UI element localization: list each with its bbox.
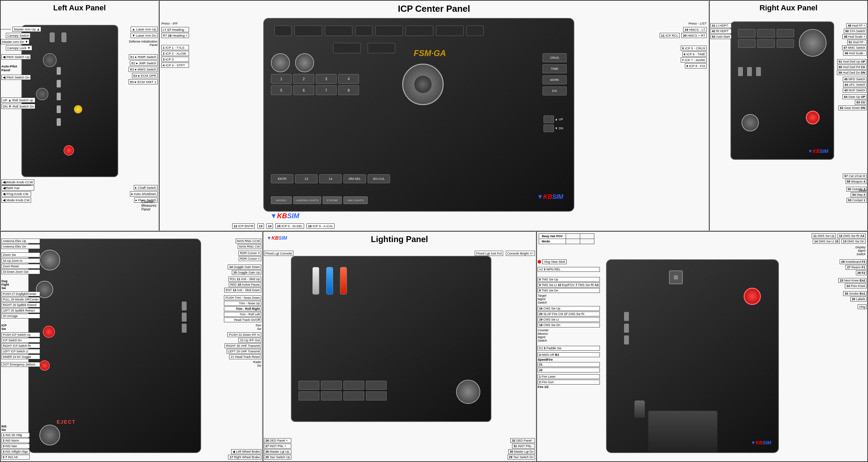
icp-btn-entr[interactable]: ENTR	[271, 174, 293, 183]
joy-hat-center[interactable]	[674, 275, 678, 279]
icp-btn-20[interactable]	[436, 26, 464, 36]
throttle-toggle-2[interactable]	[182, 313, 187, 322]
toggle-3[interactable]	[57, 93, 61, 100]
joy-sw-3[interactable]	[624, 335, 629, 344]
icp-btn-18[interactable]	[375, 26, 403, 36]
lighting-btn-7[interactable]	[343, 391, 364, 400]
icp-sw-landing[interactable]: LANDING LIGHTS	[293, 196, 321, 204]
icp-main-knob[interactable]	[402, 64, 444, 105]
lighting-stick-blue[interactable]	[326, 267, 333, 295]
icp-sw-navlights[interactable]: NAV LIGHTS	[343, 196, 368, 204]
icp-btn-16[interactable]: 9/A-CAL	[368, 174, 390, 183]
toggle-4[interactable]	[57, 105, 61, 113]
label-14dms: 14 DMS Sw Lt 15	[813, 239, 840, 244]
joy-trigger[interactable]	[634, 400, 645, 418]
icp-btn-rt1[interactable]	[355, 26, 372, 36]
joy-sw-2[interactable]	[624, 324, 629, 333]
label-rdr-cursor-x: RDR Cursor X	[238, 251, 261, 256]
knob-hdg[interactable]	[271, 53, 290, 72]
label-alog: Alog	[858, 304, 867, 309]
ra-btn-1[interactable]	[738, 29, 755, 37]
lighting-btn-2[interactable]	[321, 381, 342, 390]
icp-btn-rt2[interactable]	[466, 26, 484, 36]
icp-btn-17[interactable]	[294, 26, 322, 36]
throttle-toggle-1[interactable]	[182, 302, 187, 311]
icp-btn-7x[interactable]: 7	[316, 85, 337, 95]
icp-right-labels: Press - LIST 19 HMCS - LT 11 ICP RCL 20 …	[660, 21, 707, 69]
label-6tms: 6 TMS Sw Up	[538, 277, 600, 282]
throttle-ins-knob[interactable]	[39, 425, 60, 445]
icp-btn-5x[interactable]: 5	[271, 85, 292, 95]
icp-btn-crus[interactable]: CRUS	[542, 53, 567, 62]
lighting-btn-8[interactable]	[366, 391, 387, 400]
label-target-mgmt: TargetMgmtSwitch	[538, 294, 600, 304]
ra-toggle-2[interactable]	[747, 67, 752, 76]
icp-ded-up[interactable]	[544, 115, 554, 123]
ra-small-knob[interactable]	[742, 114, 759, 131]
lighting-stick-red[interactable]	[340, 267, 347, 295]
knob-2[interactable]	[36, 88, 48, 100]
ra-btn-3[interactable]	[777, 29, 794, 37]
joy-hat-sw[interactable]	[669, 270, 683, 284]
switch-2[interactable]	[62, 33, 66, 42]
lighting-btn-5[interactable]	[299, 391, 319, 400]
lighting-btn-1[interactable]	[299, 381, 319, 390]
icp-btn-14[interactable]: 14	[319, 174, 342, 183]
throttle-red-1[interactable]	[43, 326, 55, 338]
icp-btn-4[interactable]: 4	[338, 74, 359, 84]
icp-btn-19[interactable]	[325, 26, 352, 36]
knob-crs[interactable]	[295, 53, 314, 72]
lighting-btn-6[interactable]	[321, 391, 342, 400]
icp-btn-lt[interactable]	[274, 26, 292, 36]
ra-btn-4[interactable]	[738, 39, 755, 48]
label-d1-paddle: D1 5 Paddle Sw	[538, 346, 600, 351]
ra-btn-2[interactable]	[757, 29, 775, 37]
icp-btn-3[interactable]: 3	[316, 74, 337, 84]
throttle-zoom-knob[interactable]	[39, 250, 60, 270]
icp-btn-1[interactable]: 1	[271, 74, 292, 84]
icp-btn-8x[interactable]: 8	[338, 85, 359, 95]
ra-main-knob[interactable]	[799, 29, 827, 57]
toggle-5[interactable]	[57, 118, 61, 126]
icp-btn-2[interactable]: 2	[293, 74, 314, 84]
label-icp4: 4 ICP 4 - STPT	[161, 63, 189, 68]
icp-ag-master[interactable]	[368, 43, 395, 53]
icp-btn-15[interactable]: 0/M-SEL	[343, 174, 366, 183]
lighting-btn-3[interactable]	[343, 381, 364, 390]
ra-btn-5[interactable]	[757, 39, 775, 48]
ra-right-labels: 49 Hud FP + 50 STA Switch 48 Hud Scale +…	[837, 23, 867, 112]
joy-sw-1[interactable]	[624, 312, 629, 321]
throttle-red-2[interactable]	[39, 360, 50, 371]
knob-1[interactable]	[43, 53, 57, 67]
ra-toggle-3[interactable]	[756, 67, 761, 76]
joy-red-btn[interactable]	[744, 288, 761, 305]
lighting-rotary[interactable]	[456, 380, 480, 404]
label-head-track-on: Head Track On/Off	[224, 317, 261, 322]
toggle-2[interactable]	[57, 80, 61, 87]
label-60: 60 Hud Ded Pd Ctr	[837, 65, 867, 70]
red-button[interactable]	[64, 145, 74, 156]
icp-btn-13[interactable]: 13	[295, 174, 318, 183]
icp-sw-avionc[interactable]: AVIONC	[271, 196, 292, 204]
yellow-switch[interactable]	[74, 105, 82, 113]
icp-btn-fix[interactable]: FIX	[542, 86, 567, 95]
switch-1[interactable]	[50, 33, 55, 42]
icp-aa-master[interactable]	[333, 43, 361, 53]
icp-btn-6x[interactable]: 6	[293, 85, 314, 95]
icp-ded-dn[interactable]	[544, 124, 554, 132]
icp-btn-mark[interactable]: MARK	[542, 75, 567, 84]
lighting-btn-4[interactable]	[366, 381, 387, 390]
icp-btn-11[interactable]	[406, 26, 433, 36]
ra-btn-6[interactable]	[777, 39, 794, 48]
icp-sw-strobe[interactable]: STROBE	[323, 196, 342, 204]
icp-btn-time[interactable]: TIME	[542, 64, 567, 73]
joy-logo: ▼KBSIM	[751, 440, 771, 445]
ra-toggle-1[interactable]	[738, 67, 743, 76]
toggle-1[interactable]	[57, 67, 61, 75]
label-58-weapon: 58 Weapon 4	[846, 179, 867, 184]
lighting-stick-white[interactable]	[312, 267, 319, 295]
ra-red-btn[interactable]	[806, 111, 820, 124]
throttle-right-labels: MAN RNG CCW MAN RNG CW RDR Cursor X RDR …	[224, 239, 261, 367]
icp-inner-knob[interactable]	[414, 76, 432, 93]
throttle-toggle-3[interactable]	[182, 324, 187, 333]
